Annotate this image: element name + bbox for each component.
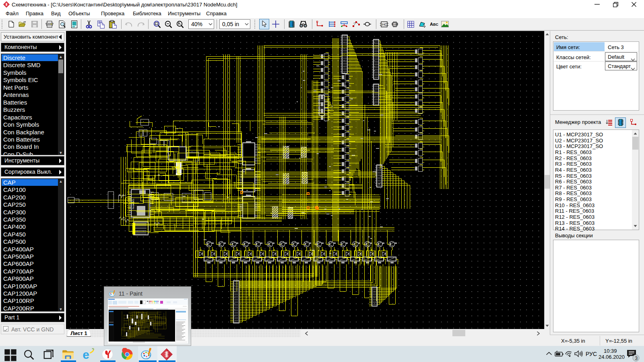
svg-text:3: 3 [635, 356, 638, 361]
svg-text:HB: HB [394, 23, 397, 26]
svg-text:HC: HC [382, 23, 387, 27]
svg-text:БАТ: БАТ [175, 169, 178, 173]
svg-text:e: e [83, 348, 89, 361]
svg-text:NodeMcu: NodeMcu [132, 199, 134, 209]
